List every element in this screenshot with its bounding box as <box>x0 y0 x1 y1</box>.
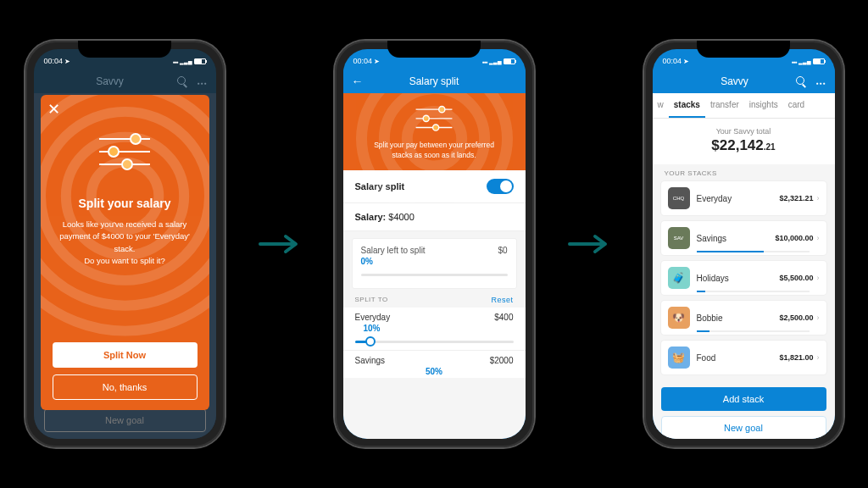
stack-amount: $5,500.00 <box>779 274 813 282</box>
tab-overview[interactable]: w <box>653 93 669 118</box>
stack-amount: $10,000.00 <box>775 234 813 242</box>
flow-arrow-icon <box>259 231 301 257</box>
chevron-right-icon: › <box>817 274 820 282</box>
row-amount: $400 <box>494 313 513 322</box>
hero-line: stacks as soon as it lands. <box>392 151 476 159</box>
body-line: Looks like you've received a salary <box>63 219 187 229</box>
split-to-header: SPLIT TO Reset <box>343 289 526 308</box>
no-thanks-button[interactable]: No, thanks <box>53 374 198 400</box>
location-icon <box>372 57 380 65</box>
chevron-right-icon: › <box>817 194 820 202</box>
add-stack-button[interactable]: Add stack <box>661 387 826 411</box>
tabs: w stacks transfer insights card <box>653 93 835 119</box>
notch <box>78 41 171 58</box>
stack-row-bobbie[interactable]: 🐶 Bobbie $2,500.00 › <box>661 301 826 335</box>
phone-2: 00:04 Salary split <box>335 41 534 447</box>
tab-insights[interactable]: insights <box>744 93 783 118</box>
location-icon <box>63 57 70 65</box>
split-now-button[interactable]: Split Now <box>53 342 198 368</box>
signal-icon <box>481 57 487 65</box>
section-label: YOUR STACKS <box>653 164 835 181</box>
total-label: Your Savvy total <box>653 127 835 136</box>
new-goal-button[interactable]: New goal <box>661 416 826 439</box>
modal-body: Looks like you've received a salary paym… <box>59 219 190 267</box>
nav-bar: Salary split <box>343 69 526 93</box>
body-line: Do you want to split it? <box>84 256 165 265</box>
phone-1: 00:04 Savvy New goal <box>25 41 225 447</box>
chevron-right-icon: › <box>817 353 820 362</box>
wifi-icon <box>489 57 502 65</box>
search-icon[interactable] <box>177 75 190 87</box>
body-line: payment of $4000 to your 'Everyday' <box>59 231 190 241</box>
status-time: 00:04 <box>44 57 64 65</box>
screen-2: 00:04 Salary split <box>343 49 526 439</box>
more-icon[interactable] <box>197 75 207 87</box>
signal-icon <box>172 57 177 65</box>
search-icon[interactable] <box>796 75 809 87</box>
split-row-savings: Savings $2000 50% <box>343 350 526 378</box>
stack-row-everyday[interactable]: CHQ Everyday $2,321.21 › <box>661 181 826 215</box>
signal-icon <box>791 57 796 65</box>
nav-bar: Savvy <box>34 69 216 93</box>
hero: Split your pay between your preferred st… <box>343 93 526 170</box>
battery-icon <box>504 58 515 64</box>
tab-stacks[interactable]: stacks <box>669 93 705 118</box>
wifi-icon <box>180 57 192 65</box>
chevron-right-icon: › <box>817 313 820 322</box>
more-icon[interactable] <box>815 75 826 87</box>
screen-3: 00:04 Savvy w stacks transfer insights c… <box>653 49 835 439</box>
stack-amount: $1,821.00 <box>779 353 813 362</box>
phone-3: 00:04 Savvy w stacks transfer insights c… <box>644 41 843 447</box>
chevron-right-icon: › <box>817 234 820 242</box>
status-time: 00:04 <box>353 57 373 65</box>
battery-icon <box>194 58 206 64</box>
row-pct: 50% <box>355 367 514 376</box>
location-icon <box>682 57 689 65</box>
basket-icon: 🧺 <box>668 347 690 369</box>
screen-1: 00:04 Savvy New goal <box>34 49 216 439</box>
stack-row-holidays[interactable]: 🧳 Holidays $5,500.00 › <box>661 261 826 295</box>
row-name: Everyday <box>355 313 391 322</box>
stack-row-food[interactable]: 🧺 Food $1,821.00 › <box>661 341 826 374</box>
stack-name: Bobbie <box>697 313 780 323</box>
tab-transfer[interactable]: transfer <box>705 93 744 118</box>
nav-title: Savvy <box>680 75 790 87</box>
flow-arrow-icon <box>568 231 610 257</box>
slider-everyday[interactable] <box>355 335 514 348</box>
modal-heading: Split your salary <box>79 197 171 210</box>
wifi-icon <box>798 57 811 65</box>
stack-icon: SAV <box>668 227 690 249</box>
dog-icon: 🐶 <box>668 307 690 329</box>
body-line: stack. <box>114 244 136 253</box>
total-panel: Your Savvy total $22,142.21 <box>653 119 835 164</box>
nav-title: Savvy <box>49 75 171 87</box>
notch <box>387 41 481 58</box>
hero-line: Split your pay between your preferred <box>374 141 494 149</box>
left-value: $0 <box>498 246 507 255</box>
row-name: Savings <box>355 356 386 365</box>
total-amount: $22,142.21 <box>653 137 835 154</box>
stack-row-savings[interactable]: SAV Savings $10,000.00 › <box>661 221 826 255</box>
row-pct: 10% <box>355 324 514 333</box>
back-icon[interactable] <box>352 75 364 88</box>
stack-amount: $2,500.00 <box>779 313 813 322</box>
left-label: Salary left to split <box>361 246 498 255</box>
suitcase-icon: 🧳 <box>668 267 690 289</box>
tab-card[interactable]: card <box>783 93 810 118</box>
salary-split-toggle[interactable] <box>487 179 514 194</box>
row-amount: $2000 <box>490 356 514 365</box>
stack-icon: CHQ <box>668 187 690 209</box>
status-time: 00:04 <box>663 57 682 65</box>
battery-icon <box>813 58 825 64</box>
notch <box>697 41 790 58</box>
new-goal-button-underlay[interactable]: New goal <box>44 408 206 432</box>
nav-bar: Savvy <box>653 69 835 93</box>
left-pct: 0% <box>361 257 508 266</box>
nav-title: Salary split <box>370 75 498 87</box>
split-row-everyday: Everyday $400 10% <box>343 308 526 350</box>
reset-link[interactable]: Reset <box>491 296 513 304</box>
stack-amount: $2,321.21 <box>779 194 813 202</box>
stack-name: Holidays <box>697 274 780 283</box>
close-icon[interactable]: ✕ <box>47 102 60 117</box>
stack-name: Savings <box>697 234 776 243</box>
